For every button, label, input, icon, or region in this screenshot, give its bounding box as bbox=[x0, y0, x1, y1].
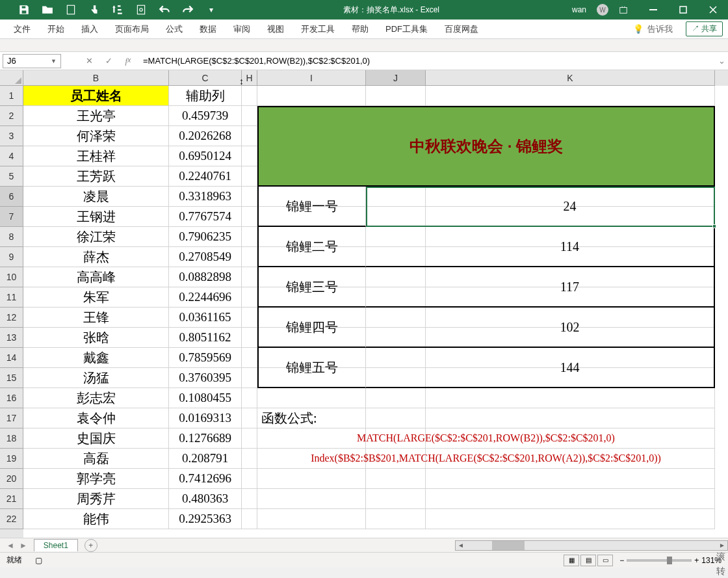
cell[interactable] bbox=[242, 287, 257, 308]
cell[interactable] bbox=[426, 509, 715, 529]
prize-value[interactable]: 102 bbox=[426, 308, 715, 348]
close-icon[interactable] bbox=[698, 0, 728, 20]
cell[interactable] bbox=[242, 308, 257, 328]
row-header-6[interactable]: 6 bbox=[0, 187, 23, 207]
sheet-nav[interactable]: ◄ ► bbox=[0, 541, 34, 550]
scroll-thumb[interactable] bbox=[492, 541, 525, 550]
enter-formula-icon[interactable]: ✓ bbox=[99, 56, 118, 66]
row-header-7[interactable]: 7 bbox=[0, 207, 23, 227]
cell[interactable] bbox=[242, 388, 257, 408]
prize-blank[interactable] bbox=[366, 187, 426, 227]
cell[interactable]: 0.7767574 bbox=[169, 207, 242, 227]
row-header-9[interactable]: 9 bbox=[0, 247, 23, 267]
cell[interactable]: 0.0361165 bbox=[169, 308, 242, 328]
cell[interactable]: 能伟 bbox=[23, 509, 169, 529]
cell[interactable] bbox=[366, 509, 426, 529]
cell[interactable]: 0.8051162 bbox=[169, 328, 242, 348]
cell[interactable]: 0.7412696 bbox=[169, 469, 242, 489]
cell[interactable]: 王钢进 bbox=[23, 207, 169, 227]
cell[interactable] bbox=[242, 227, 257, 247]
tab-developer[interactable]: 开发工具 bbox=[292, 20, 343, 39]
tab-baidu[interactable]: 百度网盘 bbox=[436, 20, 487, 39]
cell[interactable] bbox=[257, 489, 366, 509]
tab-formulas[interactable]: 公式 bbox=[157, 20, 191, 39]
sort-icon[interactable] bbox=[112, 4, 124, 16]
view-break-icon[interactable]: ▭ bbox=[597, 555, 613, 566]
row-header-5[interactable]: 5 bbox=[0, 166, 23, 187]
row-header-13[interactable]: 13 bbox=[0, 328, 23, 348]
row-header-1[interactable]: 1 bbox=[0, 86, 23, 106]
cell[interactable] bbox=[257, 86, 366, 106]
formula-input[interactable]: =MATCH(LARGE($C$2:$C$201,ROW(B2)),$C$2:$… bbox=[138, 56, 715, 66]
prize-title[interactable]: 中秋联欢晚会 · 锦鲤奖 bbox=[257, 106, 715, 187]
row-header-18[interactable]: 18 bbox=[0, 428, 23, 449]
add-sheet-button[interactable]: + bbox=[84, 539, 98, 552]
tab-help[interactable]: 帮助 bbox=[343, 20, 377, 39]
row-header-17[interactable]: 17 bbox=[0, 408, 23, 428]
cell[interactable]: 0.480363 bbox=[169, 489, 242, 509]
col-header-i[interactable]: I bbox=[257, 70, 366, 86]
prize-label[interactable]: 锦鲤五号 bbox=[257, 348, 366, 388]
cell[interactable]: 0.1080455 bbox=[169, 388, 242, 408]
open-icon[interactable] bbox=[42, 4, 53, 16]
prize-label[interactable]: 锦鲤三号 bbox=[257, 267, 366, 308]
cell[interactable]: 凌晨 bbox=[23, 187, 169, 207]
cell[interactable]: 朱军 bbox=[23, 287, 169, 308]
cell[interactable]: 袁令仲 bbox=[23, 408, 169, 428]
cell[interactable] bbox=[242, 126, 257, 146]
col-header-c[interactable]: C bbox=[169, 70, 242, 86]
cancel-formula-icon[interactable]: ✕ bbox=[79, 56, 99, 66]
cell[interactable]: 0.2925363 bbox=[169, 509, 242, 529]
col-header-h[interactable]: H bbox=[242, 70, 257, 86]
cell[interactable]: 0.2240761 bbox=[169, 166, 242, 187]
maximize-icon[interactable] bbox=[668, 0, 698, 20]
view-normal-icon[interactable]: ▦ bbox=[564, 555, 579, 566]
preview-icon[interactable] bbox=[135, 4, 147, 16]
cell[interactable]: 0.2708549 bbox=[169, 247, 242, 267]
cell[interactable] bbox=[426, 86, 715, 106]
cell[interactable] bbox=[426, 388, 715, 408]
cell[interactable]: 员工姓名 bbox=[23, 86, 169, 106]
cell[interactable]: 0.7859569 bbox=[169, 348, 242, 368]
formula-text[interactable]: MATCH(LARGE($C$2:$C$201,ROW(B2)),$C$2:$C… bbox=[257, 428, 715, 449]
cell[interactable]: 王光亭 bbox=[23, 106, 169, 126]
cell[interactable] bbox=[242, 489, 257, 509]
cell[interactable] bbox=[242, 207, 257, 227]
cell[interactable]: 0.0169313 bbox=[169, 408, 242, 428]
row-header-20[interactable]: 20 bbox=[0, 469, 23, 489]
prize-value[interactable]: 117 bbox=[426, 267, 715, 308]
zoom-out-icon[interactable]: − bbox=[619, 556, 624, 565]
prize-value[interactable]: 24 bbox=[426, 187, 715, 227]
row-header-11[interactable]: 11 bbox=[0, 287, 23, 308]
user-name[interactable]: wan bbox=[566, 5, 593, 14]
prev-sheet-icon[interactable]: ◄ bbox=[6, 541, 14, 550]
cell[interactable] bbox=[242, 348, 257, 368]
cell[interactable] bbox=[257, 469, 366, 489]
cell[interactable]: 王锋 bbox=[23, 308, 169, 328]
cell[interactable] bbox=[366, 489, 426, 509]
scroll-right-icon[interactable]: ► bbox=[717, 542, 727, 549]
cell[interactable]: 徐江荣 bbox=[23, 227, 169, 247]
cells-area[interactable]: 员工姓名辅助列王光亭0.459739何泽荣0.2026268王桂祥0.69501… bbox=[23, 86, 728, 538]
user-avatar[interactable]: W bbox=[597, 4, 608, 16]
cell[interactable] bbox=[242, 469, 257, 489]
share-button[interactable]: ↗ 共享 bbox=[686, 21, 723, 36]
cell[interactable]: 高高峰 bbox=[23, 267, 169, 287]
horizontal-scrollbar[interactable]: ◄ ► bbox=[455, 540, 728, 551]
cell[interactable]: 周秀芹 bbox=[23, 489, 169, 509]
prize-label[interactable]: 锦鲤四号 bbox=[257, 308, 366, 348]
tab-review[interactable]: 审阅 bbox=[225, 20, 259, 39]
col-header-k[interactable]: K bbox=[426, 70, 715, 86]
cell[interactable] bbox=[242, 146, 257, 166]
ribbon-options-icon[interactable] bbox=[608, 0, 638, 20]
cell[interactable]: 0.459739 bbox=[169, 106, 242, 126]
formula-text[interactable]: Index($B$2:$B$201,MATCH(LARGE($C$2:$C$20… bbox=[257, 449, 715, 469]
row-header-2[interactable]: 2 bbox=[0, 106, 23, 126]
cell[interactable] bbox=[366, 469, 426, 489]
expand-formula-icon[interactable]: ⌄ bbox=[715, 56, 728, 66]
cell[interactable]: 王芳跃 bbox=[23, 166, 169, 187]
qat-dropdown-icon[interactable]: ▾ bbox=[205, 4, 217, 16]
cell[interactable]: 0.2026268 bbox=[169, 126, 242, 146]
minimize-icon[interactable] bbox=[638, 0, 668, 20]
prize-value[interactable]: 144 bbox=[426, 348, 715, 388]
